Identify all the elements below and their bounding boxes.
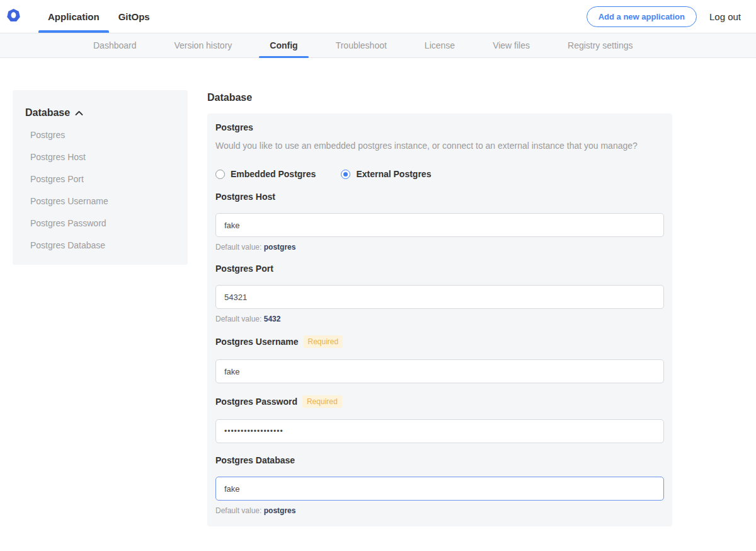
subnav-tab-label: View files: [493, 40, 530, 50]
field-default-hint: Default value: postgres: [215, 506, 664, 515]
subnav-tab-label: Dashboard: [93, 40, 137, 50]
add-new-application-button[interactable]: Add a new application: [587, 6, 697, 27]
sidebar-item-postgres-host[interactable]: Postgres Host: [25, 153, 175, 161]
field-postgres-database: Postgres Database: [215, 455, 664, 465]
subnav-tab-view-files[interactable]: View files: [474, 33, 549, 57]
required-badge: Required: [304, 335, 343, 348]
tab-gitops-label: GitOps: [118, 11, 150, 22]
default-value: postgres: [264, 506, 296, 515]
field-postgres-port: Postgres Port: [215, 264, 664, 274]
sidebar-item-postgres-port[interactable]: Postgres Port: [25, 175, 175, 183]
default-value: postgres: [264, 243, 296, 252]
field-default-hint: Default value: 5432: [215, 315, 664, 323]
field-label: Postgres Username: [215, 337, 299, 347]
subnav-tab-registry-settings[interactable]: Registry settings: [549, 33, 651, 57]
config-main: Database Postgres Would you like to use …: [207, 90, 672, 551]
field-label: Postgres Port: [215, 264, 273, 274]
sidebar-group-label: Database: [25, 107, 70, 119]
tab-application-label: Application: [48, 11, 100, 22]
field-postgres-username: Postgres Username Required: [215, 335, 664, 348]
field-default-hint: Default value: postgres: [215, 243, 664, 252]
topnav-tabs: Application GitOps: [38, 0, 159, 33]
radio-embedded-postgres[interactable]: Embedded Postgres: [215, 169, 316, 179]
sidebar-item-postgres[interactable]: Postgres: [25, 130, 175, 139]
sidebar-item-postgres-password[interactable]: Postgres Password: [25, 219, 175, 228]
field-postgres-password: Postgres Password Required: [215, 395, 664, 408]
tab-application[interactable]: Application: [38, 0, 109, 33]
subnav-tab-label: Config: [270, 40, 297, 50]
radio-external-postgres[interactable]: External Postgres: [341, 169, 431, 179]
radio-external-label: External Postgres: [356, 169, 431, 179]
active-subtab-underline: [259, 56, 308, 58]
sidebar-item-postgres-database[interactable]: Postgres Database: [25, 241, 175, 250]
app-logo: [6, 0, 21, 33]
content-area: Database Postgres Postgres Host Postgres…: [0, 58, 756, 551]
required-badge: Required: [302, 395, 342, 408]
sidebar-item-list: Postgres Postgres Host Postgres Port Pos…: [25, 130, 175, 250]
radio-selected-icon: [341, 170, 350, 179]
group-help-text: Would you like to use an embedded postgr…: [215, 141, 664, 151]
postgres-host-input[interactable]: [215, 213, 664, 237]
field-label: Postgres Database: [215, 455, 295, 465]
kots-logo-icon: [6, 8, 21, 25]
field-postgres-host: Postgres Host: [215, 192, 664, 202]
default-value: 5432: [264, 315, 281, 323]
postgres-port-input[interactable]: [215, 285, 664, 309]
tab-gitops[interactable]: GitOps: [109, 0, 159, 33]
field-label: Postgres Host: [215, 192, 275, 202]
subnav-tab-label: Version history: [175, 40, 232, 50]
radio-unselected-icon: [215, 170, 225, 179]
app-sub-nav: Dashboard Version history Config Trouble…: [0, 33, 756, 58]
group-title-postgres: Postgres: [215, 122, 664, 132]
subnav-tab-label: Troubleshoot: [336, 40, 387, 50]
radio-embedded-label: Embedded Postgres: [231, 169, 316, 179]
topnav-spacer: [159, 0, 587, 33]
active-tab-underline: [38, 30, 109, 33]
subnav-tab-troubleshoot[interactable]: Troubleshoot: [317, 33, 406, 57]
postgres-database-input[interactable]: [215, 477, 664, 501]
sidebar-group-database[interactable]: Database: [25, 107, 175, 119]
top-nav: Application GitOps Add a new application…: [0, 0, 756, 33]
subnav-tab-version-history[interactable]: Version history: [156, 33, 251, 57]
subnav-tab-dashboard[interactable]: Dashboard: [74, 33, 156, 57]
subnav-tab-license[interactable]: License: [406, 33, 474, 57]
field-label: Postgres Password: [215, 397, 297, 407]
postgres-mode-radio-group: Embedded Postgres External Postgres: [215, 169, 664, 179]
subnav-tab-label: License: [425, 40, 455, 50]
subnav-tab-label: Registry settings: [568, 40, 633, 50]
postgres-password-input[interactable]: [215, 419, 664, 443]
page-title: Database: [207, 92, 672, 103]
chevron-up-icon: [75, 110, 83, 116]
subnav-tab-config[interactable]: Config: [251, 33, 316, 57]
logout-button[interactable]: Log out: [709, 11, 741, 22]
postgres-username-input[interactable]: [215, 359, 664, 383]
config-sidebar: Database Postgres Postgres Host Postgres…: [13, 90, 188, 265]
database-config-group: Postgres Would you like to use an embedd…: [207, 113, 672, 526]
sidebar-item-postgres-username[interactable]: Postgres Username: [25, 197, 175, 206]
